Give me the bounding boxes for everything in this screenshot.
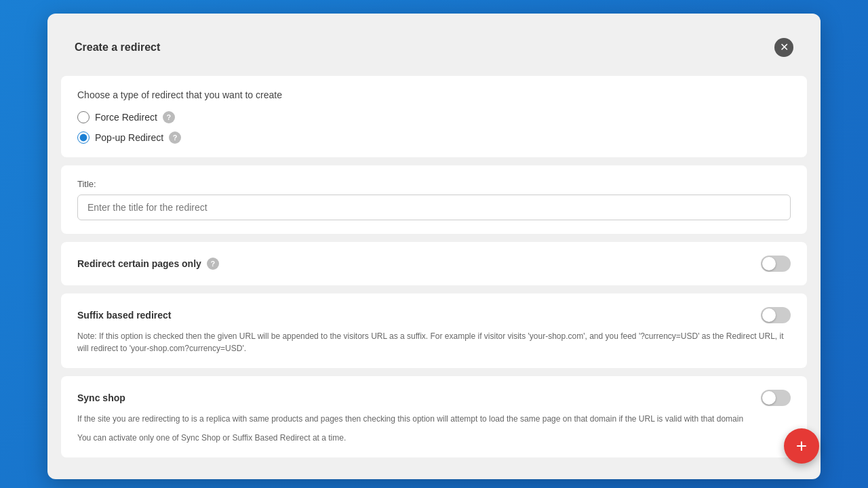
- sync-shop-card: Sync shop If the site you are redirectin…: [61, 376, 807, 458]
- popup-redirect-help-icon[interactable]: ?: [169, 131, 181, 144]
- sync-shop-note2: You can activate only one of Sync Shop o…: [77, 432, 791, 444]
- suffix-toggle[interactable]: [761, 307, 791, 323]
- force-redirect-radio[interactable]: [77, 111, 90, 123]
- redirect-pages-label: Redirect certain pages only: [77, 258, 201, 269]
- title-input[interactable]: [77, 195, 791, 220]
- sync-shop-toggle-row: Sync shop: [77, 390, 791, 406]
- popup-redirect-row: Pop-up Redirect ?: [77, 131, 791, 144]
- redirect-type-card: Choose a type of redirect that you want …: [61, 76, 807, 157]
- fab-button[interactable]: +: [784, 428, 819, 464]
- sync-shop-note1: If the site you are redirecting to is a …: [77, 413, 791, 425]
- title-card: Title:: [61, 165, 807, 234]
- suffix-label: Suffix based redirect: [77, 310, 172, 321]
- force-redirect-row: Force Redirect ?: [77, 111, 791, 123]
- suffix-note: Note: If this option is checked then the…: [77, 330, 791, 354]
- redirect-type-description: Choose a type of redirect that you want …: [77, 89, 791, 100]
- redirect-pages-label-row: Redirect certain pages only ?: [77, 258, 219, 270]
- redirect-pages-help-icon[interactable]: ?: [207, 258, 219, 270]
- close-button[interactable]: ✕: [774, 38, 793, 57]
- redirect-pages-card: Redirect certain pages only ?: [61, 242, 807, 285]
- redirect-pages-row: Redirect certain pages only ?: [77, 256, 791, 272]
- popup-redirect-label[interactable]: Pop-up Redirect: [95, 132, 163, 143]
- suffix-toggle-row: Suffix based redirect: [77, 307, 791, 323]
- force-redirect-label[interactable]: Force Redirect: [95, 112, 157, 123]
- popup-redirect-radio[interactable]: [77, 131, 90, 144]
- force-redirect-help-icon[interactable]: ?: [163, 111, 175, 123]
- modal: Create a redirect ✕ Choose a type of red…: [47, 14, 821, 479]
- suffix-card: Suffix based redirect Note: If this opti…: [61, 293, 807, 368]
- sync-shop-label-row: Sync shop: [77, 392, 125, 403]
- modal-title: Create a redirect: [75, 41, 160, 54]
- suffix-label-row: Suffix based redirect: [77, 310, 172, 321]
- sync-shop-label: Sync shop: [77, 392, 125, 403]
- redirect-pages-toggle[interactable]: [761, 256, 791, 272]
- title-field-label: Title:: [77, 179, 791, 189]
- modal-header: Create a redirect ✕: [61, 27, 807, 68]
- sync-shop-toggle[interactable]: [761, 390, 791, 406]
